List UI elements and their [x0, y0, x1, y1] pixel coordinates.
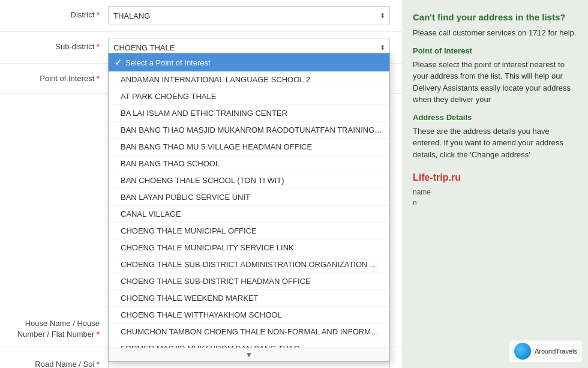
- dropdown-item[interactable]: AT PARK CHOENG THALE: [109, 88, 389, 105]
- checkmark-icon: ✓: [115, 58, 122, 67]
- dropdown-item[interactable]: BAN BANG THAO SCHOOL: [109, 155, 389, 172]
- district-row: District * THALANG ⬍: [0, 0, 402, 32]
- logo-text: Life-trip.ru: [413, 172, 577, 183]
- poi-section-text: Please select the point of interest near…: [413, 59, 577, 106]
- watermark-text: AroundTravels: [535, 348, 577, 355]
- dropdown-item[interactable]: CHOENG THALE MUNICIPAL OFFICE: [109, 223, 389, 240]
- poi-section-title: Point of Interest: [413, 46, 577, 55]
- house-label: House Name / House Number / Flat Number …: [12, 316, 108, 340]
- dropdown-item[interactable]: BAN LAYAN PUBLIC SERVICE UNIT: [109, 189, 389, 206]
- globe-icon: [514, 343, 531, 360]
- subdistrict-required: *: [97, 42, 100, 51]
- dropdown-item[interactable]: CANAL VILLAGE: [109, 206, 389, 223]
- road-label: Road Name / Soi *: [12, 355, 108, 368]
- watermark: AroundTravels: [509, 340, 582, 362]
- poi-dropdown-placeholder: Select a Point of Interest: [125, 58, 211, 67]
- dropdown-item[interactable]: FORMER MASJID MUKANROM BAN BANG THAO: [109, 340, 389, 348]
- poi-label: Point of Interest *: [12, 70, 108, 83]
- poi-dropdown[interactable]: ✓ Select a Point of Interest ANDAMAN INT…: [108, 53, 390, 362]
- subdistrict-label: Sub-district *: [12, 38, 108, 51]
- house-required: *: [97, 330, 100, 339]
- left-panel: District * THALANG ⬍ Sub-district * CHOE…: [0, 0, 402, 368]
- dropdown-item[interactable]: BAN CHOENG THALE SCHOOL (TON TI WIT): [109, 172, 389, 189]
- address-section-text: These are the address details you have e…: [413, 125, 577, 161]
- name-label: name: [413, 188, 577, 196]
- district-select[interactable]: THALANG: [108, 6, 390, 25]
- district-select-wrapper: THALANG ⬍: [108, 6, 390, 25]
- cant-find-text: Please call customer services on 1712 fo…: [413, 27, 577, 39]
- district-label: District *: [12, 6, 108, 19]
- cant-find-title: Can't find your address in the lists?: [413, 12, 577, 22]
- poi-dropdown-selected[interactable]: ✓ Select a Point of Interest: [109, 53, 389, 71]
- dropdown-item[interactable]: CHOENG THALE SUB-DISTRICT HEADMAN OFFICE: [109, 273, 389, 290]
- address-section-title: Address Details: [413, 113, 577, 122]
- dropdown-item[interactable]: CHOENG THALE MUNICIPALITY SERVICE LINK: [109, 240, 389, 256]
- n-label: n: [413, 199, 577, 207]
- dropdown-item[interactable]: CHOENG THALE WITTHAYAKHOM SCHOOL: [109, 307, 389, 324]
- poi-required: *: [97, 74, 100, 83]
- dropdown-item[interactable]: ANDAMAN INTERNATIONAL LANGUAGE SCHOOL 2: [109, 71, 389, 88]
- district-required: *: [97, 10, 100, 19]
- right-panel: Can't find your address in the lists? Pl…: [402, 0, 588, 368]
- dropdown-item[interactable]: CHOENG THALE WEEKEND MARKET: [109, 290, 389, 307]
- dropdown-item[interactable]: CHOENG THALE SUB-DISTRICT ADMINISTRATION…: [109, 256, 389, 273]
- dropdown-item[interactable]: BA LAI ISLAM AND ETHIC TRAINING CENTER: [109, 105, 389, 122]
- poi-dropdown-list[interactable]: ANDAMAN INTERNATIONAL LANGUAGE SCHOOL 2A…: [109, 71, 389, 348]
- road-required: *: [97, 360, 100, 368]
- scroll-down-indicator: ▼: [109, 348, 389, 361]
- dropdown-item[interactable]: BAN BANG THAO MASJID MUKANROM RAODOTUNAT…: [109, 122, 389, 139]
- dropdown-item[interactable]: CHUMCHON TAMBON CHOENG THALE NON-FORMAL …: [109, 324, 389, 340]
- dropdown-item[interactable]: BAN BANG THAO MU 5 VILLAGE HEADMAN OFFIC…: [109, 139, 389, 155]
